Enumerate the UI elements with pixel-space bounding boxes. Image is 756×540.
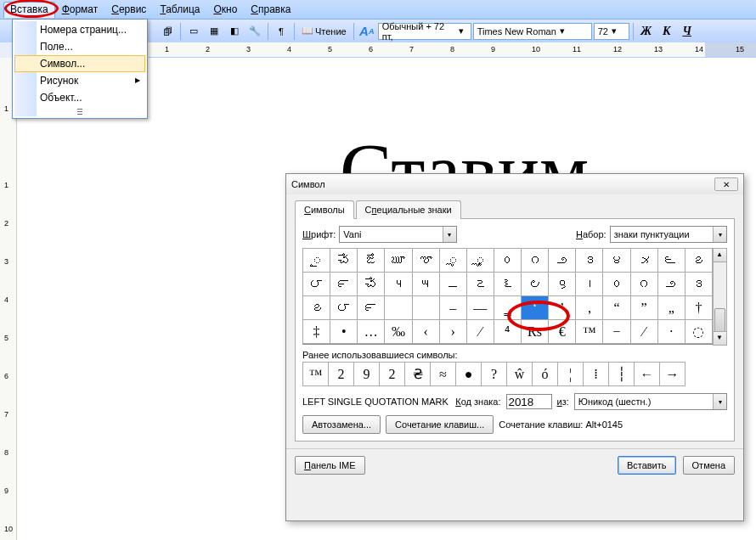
tb-btn-4[interactable]: ◧ (225, 22, 244, 41)
tb-pilcrow[interactable]: ¶ (272, 22, 291, 41)
menu-format[interactable]: Формат (55, 2, 105, 17)
symbol-cell[interactable]: › (439, 320, 466, 344)
symbol-cell[interactable]: ౻ (412, 273, 439, 296)
symbol-cell[interactable]: ” (630, 296, 657, 320)
symbol-cell[interactable]: ‘ (522, 296, 549, 320)
symbol-cell[interactable] (385, 296, 412, 320)
recent-cell[interactable]: 2 (380, 363, 405, 386)
symbol-cell[interactable]: ౩ (685, 273, 712, 296)
font-selector[interactable]: Times New Roman▾ (473, 23, 592, 40)
recent-cell[interactable]: → (660, 363, 685, 386)
symbol-cell[interactable]: ౯ (358, 296, 385, 320)
ruler-vertical[interactable]: 1123456789101112 (0, 58, 17, 540)
code-input[interactable] (506, 394, 552, 409)
shortcut-button[interactable]: Сочетание клавиш... (386, 415, 494, 434)
symbol-cell[interactable]: ౦ (603, 273, 630, 296)
symbol-cell[interactable]: ౸ (549, 273, 576, 296)
tb-btn-5[interactable]: 🔧 (245, 22, 264, 41)
symbol-cell[interactable]: ౫ (630, 249, 657, 273)
recent-cell[interactable]: 9 (354, 363, 380, 386)
recent-cell[interactable]: ● (456, 363, 482, 386)
tab-symbols[interactable]: Символы (295, 200, 354, 219)
symbol-cell[interactable]: ∕ (630, 320, 657, 344)
symbol-cell[interactable]: ⁴ (494, 320, 521, 344)
symbol-cell[interactable]: ◌ (685, 320, 712, 344)
symbol-cell[interactable]: ౾ (494, 273, 521, 296)
symbol-cell[interactable]: „ (657, 296, 685, 320)
dialog-titlebar[interactable]: Символ ✕ (286, 174, 743, 194)
tb-read-mode[interactable]: 📖 Чтение (298, 25, 350, 37)
symbol-cell[interactable]: ’ (549, 296, 576, 320)
tab-special[interactable]: Специальные знаки (356, 200, 461, 219)
symbol-cell[interactable]: ౿ (522, 273, 549, 296)
recent-cell[interactable]: 2 (329, 363, 354, 386)
recent-cell[interactable]: ← (635, 363, 660, 386)
tb-btn-1[interactable]: 🗐 (158, 22, 177, 41)
symbol-cell[interactable]: ౨ (549, 249, 576, 273)
symbol-cell[interactable]: ౠ (385, 249, 412, 273)
symbol-cell[interactable]: ౩ (576, 249, 603, 273)
menu-table[interactable]: Таблица (153, 2, 206, 17)
symbol-cell[interactable]: ∙ (657, 320, 685, 344)
symbol-cell[interactable]: ౮ (303, 273, 330, 296)
symbol-cell[interactable]: ౢ (439, 249, 466, 273)
symbol-cell[interactable]: ౮ (330, 296, 358, 320)
recent-cell[interactable]: ™ (303, 363, 329, 386)
dd-object[interactable]: Объект... (14, 89, 145, 106)
symbol-cell[interactable]: ౭ (685, 249, 712, 273)
symbol-cell[interactable]: ౘ (358, 273, 385, 296)
symbol-cell[interactable]: ౬ (657, 249, 685, 273)
cancel-button[interactable]: Отмена (683, 456, 735, 475)
tb-btn-2[interactable]: ▭ (184, 22, 203, 41)
symbol-cell[interactable]: − (603, 320, 630, 344)
recent-cell[interactable]: ₴ (405, 363, 431, 386)
menu-help[interactable]: Справка (244, 2, 297, 17)
symbol-cell[interactable]: ౧ (522, 249, 549, 273)
set-select[interactable]: знаки пунктуации▾ (610, 226, 727, 243)
size-selector[interactable]: 72▾ (594, 23, 629, 40)
symbol-cell[interactable]: ౡ (412, 249, 439, 273)
recent-cell[interactable]: ¦ (558, 363, 584, 386)
symbol-cell[interactable]: ౽ (466, 273, 494, 296)
symbol-cell[interactable]: ‗ (494, 296, 521, 320)
symbol-cell[interactable]: ౹ (576, 273, 603, 296)
symbol-cell[interactable]: † (685, 296, 712, 320)
symbol-cell[interactable]: ౪ (603, 249, 630, 273)
symbol-cell[interactable]: ‹ (412, 320, 439, 344)
dd-picture[interactable]: Рисунок (14, 72, 145, 89)
autocorrect-button[interactable]: Автозамена... (302, 415, 381, 434)
symbol-cell[interactable] (412, 296, 439, 320)
dd-field[interactable]: Поле... (14, 38, 145, 55)
symbol-cell[interactable]: ౼ (439, 273, 466, 296)
symbol-cell[interactable]: … (358, 320, 385, 344)
symbol-cell[interactable]: “ (603, 296, 630, 320)
symbol-cell[interactable]: ™ (576, 320, 603, 344)
symbol-cell[interactable]: ‚ (576, 296, 603, 320)
symbol-cell[interactable]: ౭ (303, 296, 330, 320)
recent-cell[interactable]: ≈ (431, 363, 456, 386)
from-select[interactable]: Юникод (шестн.)▾ (574, 393, 727, 410)
symbol-cell[interactable]: ౺ (385, 273, 412, 296)
symbol-cell[interactable]: ౘ (330, 249, 358, 273)
recent-cell[interactable]: ó (533, 363, 558, 386)
symbol-cell[interactable]: ౣ (466, 249, 494, 273)
symbol-cell[interactable]: ౨ (657, 273, 685, 296)
menu-tools[interactable]: Сервис (104, 2, 153, 17)
symbol-cell[interactable]: ౦ (494, 249, 521, 273)
symbol-cell[interactable]: ‰ (385, 320, 412, 344)
symbol-cell[interactable]: ౖ (303, 249, 330, 273)
symbol-cell[interactable]: ౧ (630, 273, 657, 296)
underline-button[interactable]: Ч (678, 22, 697, 41)
symbol-cell[interactable]: — (466, 296, 494, 320)
recent-cell[interactable]: ┆ (609, 363, 635, 386)
tb-btn-3[interactable]: ▦ (205, 22, 223, 41)
insert-button[interactable]: Вставить (618, 456, 676, 475)
menu-insert[interactable]: Вставка (3, 2, 55, 18)
recent-cell[interactable]: ŵ (507, 363, 533, 386)
symbol-cell[interactable]: Rs (522, 320, 549, 344)
symbol-cell[interactable]: ‡ (303, 320, 330, 344)
symbol-cell[interactable]: ౯ (330, 273, 358, 296)
symbol-cell[interactable]: ౙ (358, 249, 385, 273)
symbol-cell[interactable]: € (549, 320, 576, 344)
grid-scrollbar[interactable]: ▲▼ (713, 248, 727, 346)
